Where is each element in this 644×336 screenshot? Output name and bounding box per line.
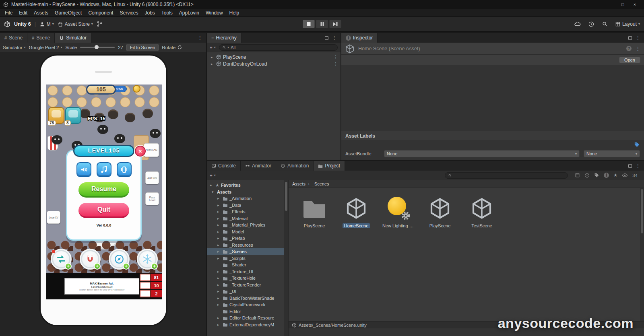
expand-arrow-icon[interactable]: ▸: [217, 243, 221, 247]
hierarchy-search-input[interactable]: ▾: [219, 44, 338, 51]
project-folder-row[interactable]: ▸ _Resources: [207, 242, 284, 249]
panel-options-icon[interactable]: [628, 36, 632, 40]
help-icon[interactable]: ?: [626, 46, 632, 51]
debug-lose-lv-button[interactable]: Lose LV: [47, 211, 60, 224]
scrollbar-thumb[interactable]: [285, 182, 287, 211]
menu-item[interactable]: Edit: [16, 10, 31, 16]
expand-arrow-icon[interactable]: ▸: [217, 196, 221, 200]
search-input[interactable]: [231, 45, 334, 50]
fit-to-screen-button[interactable]: Fit to Screen: [126, 44, 159, 51]
asset-item-playscene-folder[interactable]: PlayScene: [297, 195, 332, 228]
search-by-type-icon[interactable]: [584, 173, 590, 178]
expand-arrow-icon[interactable]: ▸: [217, 276, 221, 280]
search-by-label-icon[interactable]: [594, 173, 599, 178]
tab-scene-1[interactable]: # Scene: [0, 33, 27, 43]
tab-inspector[interactable]: i Inspector: [341, 33, 378, 43]
quit-button[interactable]: Quit: [78, 203, 129, 218]
expand-arrow-icon[interactable]: ▸: [217, 210, 221, 214]
favorites-row[interactable]: ▸ ★ Favorites: [207, 182, 284, 189]
breadcrumb-root[interactable]: Assets: [292, 181, 305, 186]
undo-history-icon[interactable]: [588, 21, 594, 27]
project-folder-row[interactable]: ▸ BasicToonWaterShade: [207, 295, 284, 302]
layout-menu[interactable]: Layout ▾: [615, 21, 640, 27]
tag-icon[interactable]: [634, 142, 640, 148]
resource-teal-button[interactable]: 8: [65, 107, 81, 124]
create-asset-button[interactable]: + ▾: [210, 173, 216, 178]
project-folder-row[interactable]: ▸ _Data: [207, 202, 284, 209]
project-folder-row[interactable]: ▸ _Shader: [207, 262, 284, 268]
plus-badge-icon[interactable]: [123, 263, 130, 270]
panel-menu-icon[interactable]: ⋮: [636, 163, 640, 169]
expand-arrow-icon[interactable]: ▸: [217, 303, 221, 307]
expand-arrow-icon[interactable]: ▸: [217, 223, 221, 227]
project-folder-row[interactable]: ▸ _Material_Physics: [207, 222, 284, 229]
play-button[interactable]: [303, 20, 315, 28]
project-folder-row[interactable]: ▸ Editor Default Resourc: [207, 315, 284, 322]
plus-badge-icon[interactable]: [151, 263, 158, 270]
expand-arrow-icon[interactable]: ▸: [217, 289, 221, 293]
powerup-swap-button[interactable]: [51, 249, 72, 270]
asset-item-homescene[interactable]: HomeScene: [339, 195, 374, 228]
tab-hierarchy[interactable]: ≡ Hierarchy: [207, 33, 242, 43]
scrollbar-thumb[interactable]: [641, 189, 643, 233]
minimize-button[interactable]: –: [605, 2, 617, 7]
expand-arrow-icon[interactable]: ▸: [217, 249, 221, 254]
tab-console[interactable]: Console: [207, 161, 241, 171]
panel-menu-icon[interactable]: ⋮: [198, 35, 202, 41]
project-folder-row[interactable]: ▸ CrystalFramework: [207, 301, 284, 308]
close-button[interactable]: ×: [629, 2, 641, 7]
version-control-icon[interactable]: [97, 21, 103, 27]
assetbundle-variant-dropdown[interactable]: None ▾: [584, 150, 640, 157]
expand-arrow-icon[interactable]: ▸: [217, 283, 221, 287]
project-folder-row[interactable]: ▸ _Animation: [207, 195, 284, 202]
rotate-button[interactable]: Rotate: [162, 45, 182, 50]
menu-item[interactable]: AppLovin: [176, 10, 202, 16]
expand-arrow-icon[interactable]: ▸: [217, 323, 221, 327]
expand-arrow-icon[interactable]: ▸: [217, 316, 221, 320]
search-input[interactable]: [454, 173, 565, 178]
menu-item[interactable]: Services: [116, 10, 141, 16]
project-folder-row[interactable]: ▸ _Model: [207, 229, 284, 235]
powerup-compass-button[interactable]: [109, 249, 130, 270]
two-column-layout-icon[interactable]: [575, 173, 580, 178]
tab-scene-2[interactable]: # Scene: [27, 33, 55, 43]
account-menu[interactable]: M ▾: [39, 21, 54, 27]
tab-animator[interactable]: Animator: [241, 161, 276, 171]
project-folder-row[interactable]: ▸ _TextureHole: [207, 275, 284, 282]
hierarchy-item-dontdestroyonload[interactable]: ▸ DontDestroyOnLoad ⋮: [207, 60, 341, 67]
menu-item[interactable]: Help: [226, 10, 243, 16]
resume-button[interactable]: Resume: [78, 182, 129, 198]
expand-arrow-icon[interactable]: ▸: [211, 62, 215, 66]
project-folder-row[interactable]: ▸ _UI: [207, 288, 284, 295]
resource-gold-button[interactable]: 78: [48, 107, 64, 124]
project-folder-row[interactable]: ▸ _TextureRender: [207, 282, 284, 289]
tree-scrollbar[interactable]: [284, 180, 289, 336]
expand-arrow-icon[interactable]: ▸: [217, 270, 221, 274]
asset-item-lighting-settings[interactable]: New Lighting Setti...: [380, 195, 416, 228]
game-screen[interactable]: 08:58 105 78 8 FPS: 15 TURN ON Add tool …: [46, 85, 162, 299]
project-folder-row[interactable]: ▸ _Scenes: [207, 248, 284, 255]
plus-badge-icon[interactable]: [65, 263, 72, 270]
panel-menu-icon[interactable]: ⋮: [636, 35, 640, 41]
dialog-close-button[interactable]: ×: [135, 146, 146, 157]
simulator-mode-dropdown[interactable]: Simulator ▾: [3, 45, 26, 50]
expand-arrow-icon[interactable]: ▸: [210, 183, 214, 187]
sound-toggle-button[interactable]: [76, 162, 91, 177]
assetbundle-dropdown[interactable]: None ▾: [384, 150, 580, 157]
debug-add-tool-button[interactable]: Add tool: [145, 171, 159, 184]
debug-turn-on-button[interactable]: TURN ON: [144, 143, 159, 157]
expand-arrow-icon[interactable]: ▸: [217, 296, 221, 300]
project-folder-row[interactable]: ▸ Editor: [207, 308, 284, 315]
asset-item-playscene[interactable]: PlayScene: [422, 195, 458, 228]
powerup-freeze-button[interactable]: [137, 249, 158, 270]
tab-simulator[interactable]: Simulator: [55, 33, 91, 43]
asset-store-menu[interactable]: Asset Store ▾: [58, 21, 93, 27]
item-menu-icon[interactable]: ⋮: [333, 54, 338, 60]
expand-arrow-icon[interactable]: ▸: [217, 216, 221, 221]
panel-options-icon[interactable]: [325, 36, 328, 40]
menu-item[interactable]: File: [2, 10, 16, 16]
expand-arrow-icon[interactable]: ▸: [217, 203, 221, 207]
maximize-button[interactable]: □: [617, 2, 629, 7]
slider-thumb[interactable]: [95, 45, 99, 49]
project-folder-row[interactable]: ▸ _Scripts: [207, 255, 284, 262]
